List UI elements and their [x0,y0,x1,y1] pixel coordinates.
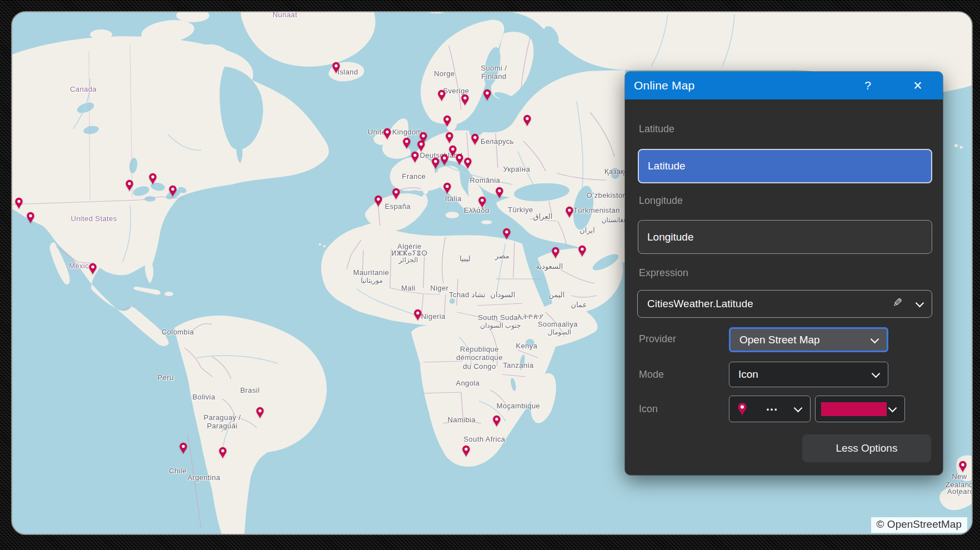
chevron-down-icon[interactable] [916,299,924,308]
map-pin[interactable] [125,179,134,192]
map-pin[interactable] [443,182,452,194]
less-options-button[interactable]: Less Options [802,434,931,462]
map-pin[interactable] [256,407,264,419]
map-pin[interactable] [445,132,454,144]
map-pin[interactable] [431,157,440,169]
map-pin[interactable] [374,195,383,207]
map-pin[interactable] [437,89,446,102]
longitude-label: Longitude [639,195,683,207]
map-pin[interactable] [402,137,411,149]
map-pin[interactable] [148,173,157,185]
map-pin[interactable] [26,212,35,224]
pencil-icon[interactable]: ✎ [893,296,903,309]
dialog-titlebar: Online Map ? × [625,72,943,99]
icon-style-dropdown[interactable]: ... [729,396,811,422]
mode-value: Icon [738,368,758,381]
icon-label: Icon [639,403,658,415]
latitude-field[interactable]: Latitude [638,149,932,183]
map-pin[interactable] [492,415,501,427]
chevron-down-icon [871,334,879,343]
icon-picker-value: ... [766,399,778,414]
map-pin[interactable] [578,245,587,257]
mode-dropdown[interactable]: Icon [729,362,888,387]
expression-value: CitiesWeather.Latitude [647,298,753,310]
map-pin[interactable] [168,185,177,197]
latitude-label: Latitude [639,123,674,135]
provider-label: Provider [639,333,676,345]
chevron-down-icon [888,404,897,413]
color-swatch [821,402,887,416]
map-window: NunaatCanadaUnited StatesMéxicoColombiaP… [11,11,973,535]
map-attribution[interactable]: © OpenStreetMap [871,517,967,533]
map-pin[interactable] [14,197,23,209]
map-pin[interactable] [495,187,504,199]
map-pin-icon [737,402,747,416]
map-pin[interactable] [565,206,574,218]
map-pin[interactable] [523,114,532,127]
map-pin[interactable] [88,263,97,275]
map-pin[interactable] [483,89,492,101]
expression-label: Expression [639,267,688,279]
map-pin[interactable] [502,228,511,240]
close-icon[interactable]: × [909,72,926,99]
provider-value: Open Street Map [739,334,820,346]
help-button[interactable]: ? [859,72,876,99]
longitude-value: Longitude [647,231,693,243]
icon-color-dropdown[interactable] [815,396,905,422]
map-pin[interactable] [462,445,471,457]
map-pin[interactable] [440,154,449,166]
map-pin[interactable] [179,442,188,454]
map-pin[interactable] [958,461,967,473]
map-pin[interactable] [332,62,341,74]
map-pin[interactable] [551,247,560,259]
chevron-down-icon [872,369,881,378]
mode-label: Mode [639,369,664,381]
latitude-value: Latitude [648,160,686,172]
map-pin[interactable] [471,133,479,146]
map-pin[interactable] [478,196,487,208]
chevron-down-icon [794,404,803,413]
map-pin[interactable] [411,151,419,163]
online-map-dialog: Online Map ? × Latitude Latitude Longitu… [625,72,943,475]
provider-dropdown[interactable]: Open Street Map [729,327,888,352]
map-pin[interactable] [383,128,392,140]
map-pin[interactable] [417,140,426,152]
map-pin[interactable] [218,447,227,459]
map-pin[interactable] [392,188,401,200]
dialog-title: Online Map [634,79,694,92]
map-pin[interactable] [443,115,452,127]
map-pin[interactable] [455,153,464,166]
expression-combo[interactable]: CitiesWeather.Latitude ✎ [637,290,932,318]
map-pin[interactable] [463,157,472,169]
map-pin[interactable] [461,94,469,106]
longitude-field[interactable]: Longitude [638,220,932,254]
map-pin[interactable] [413,309,422,321]
